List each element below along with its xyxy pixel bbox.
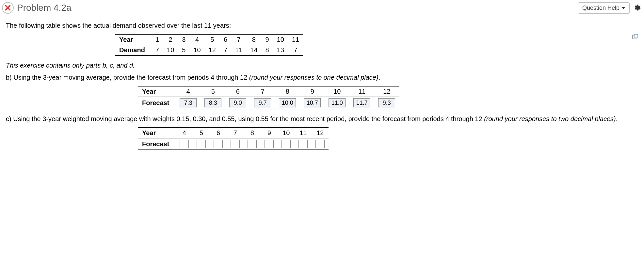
demand-cell: 12 [205,45,220,56]
part-b-period: . [378,74,380,81]
exercise-note: This exercise contains only parts b, c, … [6,62,638,69]
part-b-prefix: b) Using the 3-year moving average, prov… [6,74,249,81]
forecast-value: 7.3 [180,98,197,107]
part-c-prompt: c) Using the 3-year weighted moving aver… [6,115,638,123]
caret-down-icon [621,7,625,9]
forecast-input[interactable] [214,140,223,148]
year-cell: 6 [225,86,250,97]
year-cell: 4 [189,34,204,45]
year-cell: 9 [300,86,325,97]
demand-cell: 7 [288,45,303,56]
forecast-value: 9.3 [378,98,395,107]
forecast-input[interactable] [265,140,274,148]
svg-rect-1 [634,34,638,38]
year-cell: 4 [176,128,193,138]
forecast-value: 8.3 [204,98,221,107]
forecast-value: 9.0 [229,98,246,107]
demand-cell: 10 [189,45,204,56]
forecast-input[interactable] [315,140,325,148]
table-row: Forecast [138,138,329,150]
year-cell: 5 [193,128,210,138]
year-cell: 8 [275,86,300,97]
forecast-value: 10.7 [304,98,321,107]
table-row: Year 4 5 6 7 8 9 10 11 12 [138,86,399,97]
year-cell: 9 [261,128,278,138]
table-row: Forecast 7.3 8.3 9.0 9.7 10.0 10.7 11.0 … [138,97,399,109]
forecast-input-cell [227,138,244,150]
year-cell: 11 [295,128,312,138]
part-c-prefix: c) Using the 3-year weighted moving aver… [6,115,484,122]
year-cell: 5 [201,86,225,97]
forecast-input-cell [312,138,329,150]
incorrect-x-icon [2,2,14,14]
forecast-input-cell [261,138,278,150]
demand-cell: 10 [163,45,178,56]
year-cell: 2 [163,34,178,45]
table-row: Year 1 2 3 4 5 6 7 8 9 10 11 [115,34,303,45]
forecast-input-cell [193,138,210,150]
forecast-input-cell [210,138,227,150]
forecast-cell: 11.7 [349,97,374,109]
row-label-year: Year [138,128,176,138]
year-cell: 10 [325,86,349,97]
year-cell: 12 [312,128,329,138]
row-label-demand: Demand [115,45,152,56]
forecast-input[interactable] [282,140,291,148]
part-c-italic: (round your responses to two decimal pla… [484,115,616,122]
header-controls: Question Help [578,2,641,14]
demand-cell: 7 [220,45,231,56]
row-label-forecast: Forecast [138,97,176,109]
year-cell: 7 [227,128,244,138]
forecast-b-table: Year 4 5 6 7 8 9 10 11 12 Forecast 7.3 8… [138,86,399,109]
year-cell: 4 [176,86,201,97]
year-cell: 10 [278,128,295,138]
row-label-forecast: Forecast [138,138,176,150]
year-cell: 6 [220,34,231,45]
row-label-year: Year [138,86,176,97]
demand-cell: 5 [178,45,189,56]
forecast-input[interactable] [197,140,206,148]
gear-icon[interactable] [633,4,641,12]
year-cell: 7 [250,86,275,97]
demand-table: Year 1 2 3 4 5 6 7 8 9 10 11 Demand 7 10… [115,34,303,56]
forecast-c-table-container: Year 4 5 6 7 8 9 10 11 12 Forecast [138,127,638,150]
forecast-input[interactable] [180,140,189,148]
forecast-cell: 11.0 [325,97,349,109]
demand-cell: 14 [246,45,261,56]
forecast-cell: 9.0 [225,97,250,109]
demand-table-container: Year 1 2 3 4 5 6 7 8 9 10 11 Demand 7 10… [115,34,638,56]
table-row: Demand 7 10 5 10 12 7 11 14 8 13 7 [115,45,303,56]
forecast-input-cell [278,138,295,150]
forecast-input[interactable] [231,140,240,148]
problem-body: The following table shows the actual dem… [0,16,644,169]
row-label-year: Year [115,34,152,45]
year-cell: 11 [349,86,374,97]
forecast-cell: 8.3 [201,97,225,109]
forecast-value: 9.7 [254,98,271,107]
forecast-input-cell [244,138,261,150]
question-help-label: Question Help [582,5,620,11]
forecast-cell: 10.0 [275,97,300,109]
question-help-button[interactable]: Question Help [578,2,630,14]
part-b-prompt: b) Using the 3-year moving average, prov… [6,74,638,81]
year-cell: 12 [374,86,399,97]
problem-title: Problem 4.2a [17,3,72,13]
part-b-italic: (round your responses to one decimal pla… [249,74,378,81]
forecast-cell: 9.3 [374,97,399,109]
year-cell: 5 [205,34,220,45]
forecast-input-cell [176,138,193,150]
forecast-cell: 10.7 [300,97,325,109]
year-cell: 3 [178,34,189,45]
year-cell: 7 [231,34,246,45]
forecast-input[interactable] [298,140,308,148]
part-c-period: . [616,115,618,122]
forecast-input[interactable] [248,140,257,148]
forecast-value: 11.7 [353,98,370,107]
year-cell: 10 [273,34,288,45]
year-cell: 8 [244,128,261,138]
demand-cell: 13 [273,45,288,56]
popout-icon[interactable] [632,34,638,40]
forecast-input-cell [295,138,312,150]
year-cell: 6 [210,128,227,138]
intro-text: The following table shows the actual dem… [6,22,638,29]
